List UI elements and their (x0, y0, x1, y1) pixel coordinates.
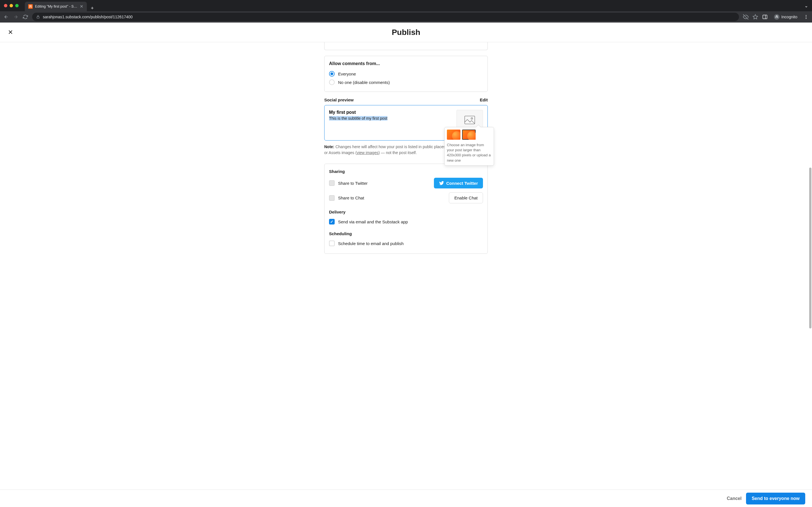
lock-icon (36, 15, 40, 19)
svg-point-6 (806, 18, 807, 19)
tab-title: Editing "My first post" - Subst… (35, 4, 78, 8)
reload-button[interactable] (22, 14, 28, 19)
close-tab-icon[interactable]: ✕ (80, 4, 84, 9)
address-bar[interactable]: sarahjonas1.substack.com/publish/post/11… (32, 13, 739, 21)
url-text: sarahjonas1.substack.com/publish/post/11… (43, 15, 133, 19)
minimize-window-button[interactable] (10, 4, 13, 7)
profile-label: Incognito (781, 15, 797, 19)
window-traffic-lights (0, 4, 22, 7)
forward-button[interactable] (13, 14, 18, 19)
back-button[interactable] (3, 14, 9, 19)
svg-point-5 (806, 17, 807, 17)
tabs-overflow-icon[interactable]: ⌄ (804, 3, 812, 8)
incognito-icon (774, 14, 779, 20)
tabs-row: Editing "My first post" - Subst… ✕ + (22, 0, 98, 11)
svg-rect-2 (763, 15, 767, 18)
panel-icon[interactable] (762, 14, 768, 20)
svg-marker-1 (753, 15, 758, 19)
substack-favicon-icon (28, 4, 33, 9)
page-title: Publish (392, 28, 420, 37)
browser-tab[interactable]: Editing "My first post" - Subst… ✕ (25, 2, 87, 11)
kebab-menu-icon[interactable] (804, 14, 809, 19)
svg-rect-0 (37, 17, 39, 18)
new-tab-button[interactable]: + (87, 5, 98, 11)
close-publish-button[interactable]: ✕ (8, 29, 13, 36)
bookmark-star-icon[interactable] (753, 14, 758, 20)
browser-toolbar: sarahjonas1.substack.com/publish/post/11… (0, 11, 812, 22)
incognito-profile-badge[interactable]: Incognito (772, 13, 800, 21)
svg-point-4 (806, 15, 807, 16)
browser-tab-bar: Editing "My first post" - Subst… ✕ + ⌄ (0, 0, 812, 11)
close-window-button[interactable] (4, 4, 7, 7)
eye-off-icon[interactable] (743, 14, 749, 20)
page-header: ✕ Publish (0, 22, 812, 42)
maximize-window-button[interactable] (15, 4, 18, 7)
